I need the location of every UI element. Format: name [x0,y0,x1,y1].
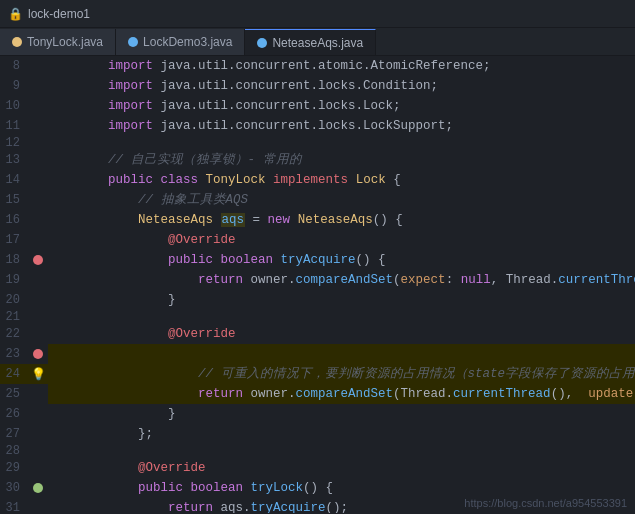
tab-neteaseaqs[interactable]: NeteaseAqs.java [245,29,376,55]
line-num-26: 26 [0,407,28,421]
tab-icon-neteaseaqs [257,38,267,48]
line-num-13: 13 [0,153,28,167]
breakpoint-30[interactable] [33,483,43,493]
line-num-21: 21 [0,310,28,324]
line-num-18: 18 [0,253,28,267]
line-num-30: 30 [0,481,28,495]
line-icons-30 [28,483,48,493]
line-num-11: 11 [0,119,28,133]
line-icons-23 [28,349,48,359]
tab-label-lockdemo3: LockDemo3.java [143,35,232,49]
line-num-23: 23 [0,347,28,361]
line-num-14: 14 [0,173,28,187]
line-num-16: 16 [0,213,28,227]
tab-lockdemo3[interactable]: LockDemo3.java [116,29,245,55]
line-icons-24: 💡 [28,367,48,382]
line-num-10: 10 [0,99,28,113]
line-num-20: 20 [0,293,28,307]
lock-icon: 🔒 [8,7,22,21]
line-num-28: 28 [0,444,28,458]
watermark: https://blog.csdn.net/a954553391 [464,497,627,509]
line-num-9: 9 [0,79,28,93]
line-num-22: 22 [0,327,28,341]
tab-tonylock[interactable]: TonyLock.java [0,29,116,55]
breakpoint-18[interactable] [33,255,43,265]
line-num-19: 19 [0,273,28,287]
tab-label-neteaseaqs: NeteaseAqs.java [272,36,363,50]
line-num-15: 15 [0,193,28,207]
title-text: lock-demo1 [28,7,90,21]
code-area: 8 import java.util.concurrent.atomic.Ato… [0,56,635,513]
tab-icon-lockdemo3 [128,37,138,47]
code-lines: 8 import java.util.concurrent.atomic.Ato… [0,56,635,513]
line-num-27: 27 [0,427,28,441]
line-code-32: } [48,498,146,513]
tab-bar: TonyLock.java LockDemo3.java NeteaseAqs.… [0,28,635,56]
line-num-24: 24 [0,367,28,381]
line-num-17: 17 [0,233,28,247]
line-num-25: 25 [0,387,28,401]
line-num-8: 8 [0,59,28,73]
line-num-12: 12 [0,136,28,150]
tab-icon-tonylock [12,37,22,47]
line-icons-18 [28,255,48,265]
warn-icon-24: 💡 [31,367,46,382]
title-bar: 🔒 lock-demo1 [0,0,635,28]
line-num-31: 31 [0,501,28,513]
tab-label-tonylock: TonyLock.java [27,35,103,49]
line-num-29: 29 [0,461,28,475]
breakpoint-23[interactable] [33,349,43,359]
